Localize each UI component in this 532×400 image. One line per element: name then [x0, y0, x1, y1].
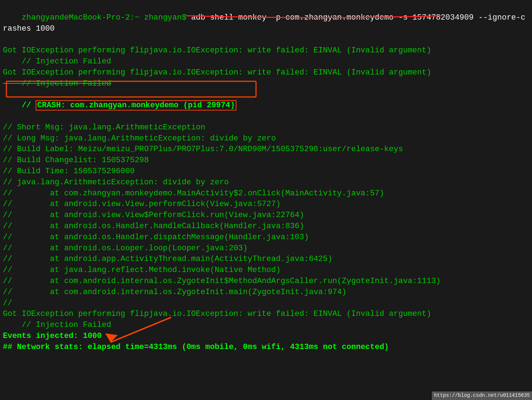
terminal-line-25: // Injection Failed — [3, 320, 529, 331]
terminal-line-27: ## Network stats: elapsed time=4313ms (0… — [3, 342, 529, 353]
terminal-line-19: // at android.app.ActivityThread.main(Ac… — [3, 254, 529, 265]
terminal-line-6: // CRASH: com.zhangyan.monkeydemo (pid 2… — [3, 89, 529, 122]
prompt-hostname: zhangyandeMacBook-Pro-2:~ zhangyan$ — [22, 13, 191, 22]
terminal-line-5: // Injection Failed — [3, 78, 529, 89]
terminal-line-14: // at android.view.View.performClick(Vie… — [3, 199, 529, 210]
terminal-line-9: // Build Label: Meizu/meizu_PRO7Plus/PRO… — [3, 144, 529, 155]
terminal-line-3: // Injection Failed — [3, 56, 529, 67]
terminal-line-15: // at android.view.View$PerformClick.run… — [3, 210, 529, 221]
bottom-url-bar: https://blog.csdn.net/u011415635 — [432, 391, 532, 400]
terminal-line-17: // at android.os.Handler.dispatchMessage… — [3, 232, 529, 243]
terminal-line-26: Events injected: 1000 — [3, 331, 529, 342]
crash-message: CRASH: com.zhangyan.monkeydemo (pid 2997… — [36, 100, 236, 111]
terminal-line-21: // at com.android.internal.os.ZygoteInit… — [3, 276, 529, 287]
terminal-line-23: // — [3, 298, 529, 309]
terminal-window: zhangyandeMacBook-Pro-2:~ zhangyan$ adb … — [0, 0, 532, 400]
terminal-line-2: Got IOException performing flipjava.io.I… — [3, 45, 529, 56]
terminal-line-16: // at android.os.Handler.handleCallback(… — [3, 221, 529, 232]
crash-prefix: // — [22, 101, 36, 110]
bottom-url-text: https://blog.csdn.net/u011415635 — [434, 393, 530, 398]
terminal-line-18: // at android.os.Looper.loop(Looper.java… — [3, 243, 529, 254]
terminal-line-24: Got IOException performing flipjava.io.I… — [3, 309, 529, 320]
terminal-line-4: Got IOException performing flipjava.io.I… — [3, 67, 529, 78]
terminal-line-10: // Build Changelist: 1505375298 — [3, 155, 529, 166]
terminal-line-11: // Build Time: 1505375296000 — [3, 166, 529, 177]
terminal-line-7: // Short Msg: java.lang.ArithmeticExcept… — [3, 122, 529, 133]
terminal-line-22: // at com.android.internal.os.ZygoteInit… — [3, 287, 529, 298]
terminal-line-20: // at java.lang.reflect.Method.invoke(Na… — [3, 265, 529, 276]
terminal-line-8: // Long Msg: java.lang.ArithmeticExcepti… — [3, 133, 529, 144]
terminal-line-12: // java.lang.ArithmeticException: divide… — [3, 177, 529, 188]
terminal-line-1: zhangyandeMacBook-Pro-2:~ zhangyan$ adb … — [3, 1, 529, 45]
terminal-line-13: // at com.zhangyan.monkeydemo.MainActivi… — [3, 188, 529, 199]
